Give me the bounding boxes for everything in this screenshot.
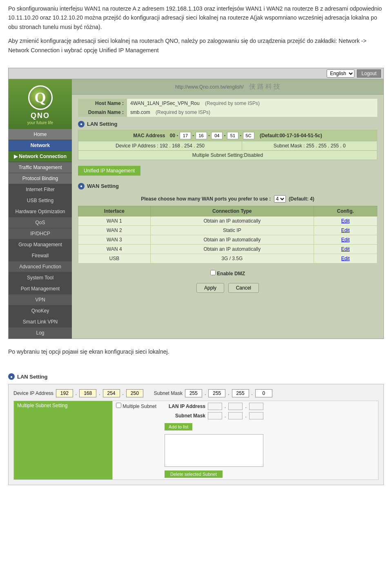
multiple-subnet-header: Multiple Subnet Setting (14, 401, 113, 480)
wan-setting-title: ● WAN Setting (78, 183, 377, 189)
btn-row: Apply Cancel (78, 280, 377, 296)
sidebar-item-network[interactable]: Network (9, 140, 72, 151)
wan-icon: ● (78, 183, 85, 189)
dmz-row: Enable DMZ (78, 267, 377, 280)
subnet-field-2[interactable] (208, 389, 225, 397)
sidebar-item-qnokey[interactable]: QnoKey (9, 305, 72, 317)
section2: ● LAN Setting Device IP Address . . . Su… (0, 365, 392, 489)
multiple-subnet-body: Multiple Subnet LAN IP Address . . (112, 401, 378, 480)
lan-ip-row: LAN IP Address . . (165, 403, 263, 410)
subnet-field-3[interactable] (232, 389, 249, 397)
wan-edit-link-2[interactable]: Edit (341, 237, 350, 243)
mac-field-5[interactable] (243, 132, 254, 139)
wan-ports-row: Please choose how many WAN ports you pre… (78, 192, 377, 206)
enable-dmz-label: Enable DMZ (217, 271, 245, 276)
host-name-value: 4WAN_1LAN_IPSec_VPN_Rou (Required by som… (127, 99, 377, 108)
lan-setting2-box: Device IP Address . . . Subnet Mask . . … (8, 384, 384, 485)
sidebar-item-internet-filter[interactable]: Internet Filter (9, 184, 72, 195)
sidebar-item-smart-link-vpn[interactable]: Smart Link VPN (9, 317, 72, 328)
wan-table-row: USB 3G / 3.5G Edit (78, 254, 377, 263)
lan2-icon: ● (8, 373, 15, 380)
ip-field-1[interactable] (56, 389, 73, 397)
wan-col-connection: Connection Type (150, 206, 314, 216)
sidebar-item-group-management[interactable]: Group Management (9, 239, 72, 250)
ip-field-4[interactable] (126, 389, 143, 397)
outro-section: Po wybraniu tej opcji pojawi się ekran k… (0, 343, 392, 365)
wan-edit-link-1[interactable]: Edit (341, 227, 350, 233)
sidebar-item-system-tool[interactable]: System Tool (9, 272, 72, 283)
subnet-field-4[interactable] (255, 389, 272, 397)
inner-form: LAN IP Address . . Subnet Mask . (165, 403, 263, 478)
sidebar-item-ipdhcp[interactable]: IP/DHCP (9, 228, 72, 239)
wan-config-0: Edit (314, 216, 377, 225)
lan-icon: ● (78, 121, 85, 127)
lan-ip-2[interactable] (228, 403, 243, 410)
sidebar-logo: Q QNO your future life (9, 79, 72, 129)
subnet-mask-row: Subnet Mask : 255 . 255 . 255 . 0 (242, 141, 377, 150)
mac-field-3[interactable] (211, 132, 223, 139)
sidebar-item-traffic-management[interactable]: Traffic Management (9, 162, 72, 173)
wan-edit-link-0[interactable]: Edit (341, 218, 350, 224)
subnet-list-area (165, 434, 263, 467)
sidebar: Q QNO your future life Home Network ▶ Ne… (9, 79, 72, 339)
subnet-mask-3[interactable] (249, 412, 263, 419)
subnet-field-1[interactable] (185, 389, 202, 397)
enable-dmz-checkbox[interactable] (210, 270, 216, 275)
sidebar-item-vpn[interactable]: VPN (9, 294, 72, 305)
sidebar-item-firewall[interactable]: Firewall (9, 250, 72, 261)
lan-ip-3[interactable] (249, 403, 263, 410)
unified-ip-management-button[interactable]: Unified IP Management (78, 166, 140, 176)
mac-field-1[interactable] (180, 132, 191, 139)
wan-connection-2: Obtain an IP automatically (150, 235, 314, 244)
wan-table-row: WAN 2 Static IP Edit (78, 225, 377, 235)
wan-connection-4: 3G / 3.5G (150, 254, 314, 263)
cancel-button[interactable]: Cancel (228, 283, 259, 293)
subnet-mask-2[interactable] (228, 412, 243, 419)
ip-field-2[interactable] (79, 389, 96, 397)
wan-config-2: Edit (314, 235, 377, 244)
wan-ports-select[interactable]: 4 1 2 3 (274, 195, 286, 203)
wan-connection-0: Obtain an IP automatically (150, 216, 314, 225)
language-select[interactable]: English (327, 69, 354, 78)
sidebar-item-network-connection[interactable]: ▶ Network Connection (9, 151, 72, 162)
sidebar-item-home[interactable]: Home (9, 129, 72, 140)
lan-setting2-title: ● LAN Setting (8, 373, 384, 380)
content-header: http://www.Qno.com.tw/english/ 侠 路 科 技 (72, 79, 383, 95)
sidebar-item-port-management[interactable]: Port Management (9, 283, 72, 294)
sidebar-item-hardware-optimization[interactable]: Hardware Optimization (9, 206, 72, 217)
sidebar-item-usb-setting[interactable]: USB Setting (9, 195, 72, 206)
delete-subnet-button[interactable]: Delete selected Subnet (165, 470, 223, 478)
logout-button[interactable]: Logout (357, 69, 381, 78)
wan-table-row: WAN 1 Obtain an IP automatically Edit (78, 216, 377, 225)
apply-button[interactable]: Apply (196, 283, 224, 293)
ip-field-3[interactable] (103, 389, 120, 397)
multiple-subnet-checkbox[interactable] (116, 403, 121, 408)
wan-interface-3: WAN 4 (78, 244, 151, 254)
subnet-mask-row2: Subnet Mask . . (165, 412, 263, 419)
lan-ip-1[interactable] (208, 403, 222, 410)
host-name-label: Host Name : (78, 99, 127, 108)
mac-field-4[interactable] (227, 132, 238, 139)
content-area: http://www.Qno.com.tw/english/ 侠 路 科 技 H… (72, 79, 383, 339)
q-logo: Q (28, 85, 53, 110)
domain-name-value: smb.com (Required by some ISPs) (127, 108, 377, 117)
sidebar-item-advanced-function[interactable]: Advanced Function (9, 261, 72, 272)
intro-para1: Po skonfigurowaniu interfejsu WAN1 na ro… (8, 4, 384, 31)
lan-setting-title: ● LAN Setting (78, 121, 377, 127)
wan-interface-0: WAN 1 (78, 216, 151, 225)
sidebar-menu: Home Network ▶ Network Connection Traffi… (9, 129, 72, 339)
wan-edit-link-3[interactable]: Edit (341, 246, 350, 252)
wan-edit-link-4[interactable]: Edit (341, 256, 350, 261)
sidebar-item-log[interactable]: Log (9, 328, 72, 339)
wan-table-row: WAN 4 Obtain an IP automatically Edit (78, 244, 377, 254)
router-ui: English Logout Q QNO your future life Ho… (8, 68, 384, 339)
sidebar-item-qos[interactable]: QoS (9, 217, 72, 228)
sidebar-item-protocol-binding[interactable]: Protocol Binding (9, 173, 72, 184)
outro-para: Po wybraniu tej opcji pojawi się ekran k… (8, 347, 384, 356)
intro-section: Po skonfigurowaniu interfejsu WAN1 na ro… (0, 0, 392, 64)
subnet-mask-1[interactable] (208, 412, 222, 419)
device-ip-row: Device IP Address : 192 . 168 . 254 . 25… (78, 141, 242, 150)
subnet-mask-label2: Subnet Mask (154, 390, 183, 396)
mac-field-2[interactable] (196, 132, 207, 139)
add-to-list-button[interactable]: Add to list (165, 423, 192, 430)
